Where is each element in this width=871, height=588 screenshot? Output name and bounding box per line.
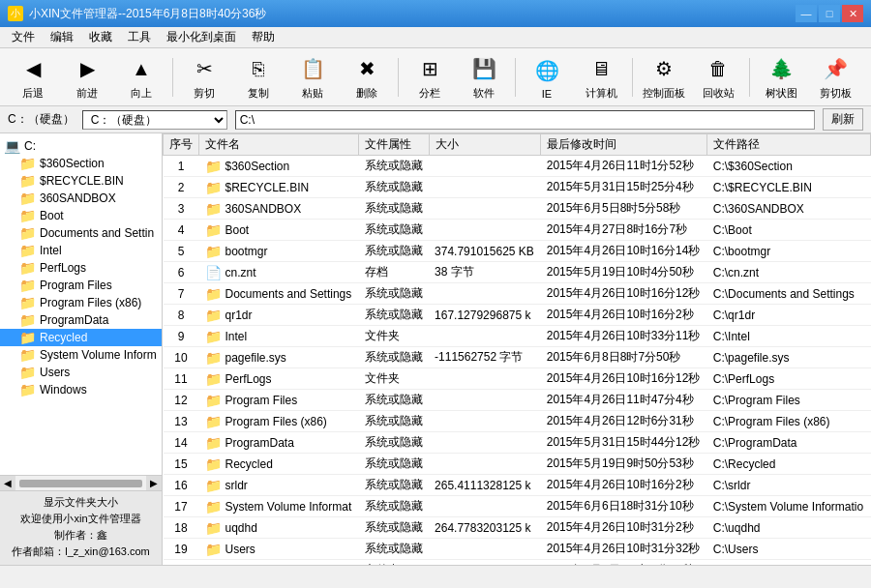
- file-attr: 存档: [359, 262, 430, 283]
- tree-item-label: 360SANDBOX: [40, 191, 116, 205]
- file-name-cell: 📁pagefile.sys: [199, 347, 359, 368]
- tree-item-ProgramData[interactable]: 📁ProgramData: [0, 311, 162, 329]
- table-row[interactable]: 6 📄cn.znt 存档 38 字节 2015年5月19日10时4分50秒 C:…: [164, 262, 871, 283]
- info-line: 作者邮箱：l_z_xin@163.com: [4, 544, 158, 559]
- tree-item-PerfLogs[interactable]: 📁PerfLogs: [0, 259, 162, 277]
- file-attr: 文件夹: [359, 560, 430, 566]
- table-row[interactable]: 2 📁$RECYCLE.BIN 系统或隐藏 2015年5月31日15时25分4秒…: [164, 177, 871, 198]
- menu-item-文件[interactable]: 文件: [4, 27, 43, 47]
- file-icon: 📁: [205, 308, 222, 323]
- table-row[interactable]: 13 📁Program Files (x86) 系统或隐藏 2015年4月26日…: [164, 411, 871, 432]
- table-row[interactable]: 19 📁Users 系统或隐藏 2015年4月26日10时31分32秒 C:\U…: [164, 539, 871, 560]
- file-path: C:\bootmgr: [707, 241, 871, 262]
- menu-item-收藏[interactable]: 收藏: [81, 27, 120, 47]
- toolbar-btn-计算机[interactable]: 🖥计算机: [576, 52, 626, 103]
- tree-item-Program Files[interactable]: 📁Program Files: [0, 277, 162, 294]
- file-name-cell: 📄cn.znt: [199, 262, 359, 283]
- refresh-button[interactable]: 刷新: [823, 108, 863, 131]
- toolbar: ◀后退▶前进▲向上✂剪切⎘复制📋粘贴✖删除⊞分栏💾软件🌐IE🖥计算机⚙控制面板🗑…: [0, 48, 871, 106]
- file-path: C:\Program Files (x86): [707, 411, 871, 432]
- file-attr: 文件夹: [359, 326, 430, 347]
- minimize-button[interactable]: —: [796, 5, 817, 22]
- table-row[interactable]: 8 📁qr1dr 系统或隐藏 167.1279296875 k 2015年4月2…: [164, 305, 871, 326]
- table-row[interactable]: 15 📁Recycled 系统或隐藏 2015年5月19日9时50分53秒 C:…: [164, 454, 871, 475]
- scroll-right-button[interactable]: ▶: [146, 476, 162, 491]
- toolbar-btn-剪切板[interactable]: 📌剪切板: [810, 52, 860, 103]
- file-mtime: 2015年4月26日10时33分11秒: [541, 326, 707, 347]
- column-header-文件路径[interactable]: 文件路径: [707, 134, 871, 156]
- toolbar-btn-控制面板[interactable]: ⚙控制面板: [639, 52, 689, 103]
- file-mtime: 2015年4月26日10时16分12秒: [541, 368, 707, 390]
- table-row[interactable]: 11 📁PerfLogs 文件夹 2015年4月26日10时16分12秒 C:\…: [164, 368, 871, 390]
- table-row[interactable]: 12 📁Program Files 系统或隐藏 2015年4月26日11时47分…: [164, 390, 871, 411]
- row-number: 6: [164, 262, 199, 283]
- toolbar-icon-IE: 🌐: [531, 55, 562, 86]
- toolbar-btn-树状图[interactable]: 🌲树状图: [756, 52, 806, 103]
- toolbar-btn-分栏[interactable]: ⊞分栏: [405, 52, 455, 103]
- file-mtime: 2015年4月26日10时31分32秒: [541, 539, 707, 560]
- tree-item-$360Section[interactable]: 📁$360Section: [0, 155, 162, 172]
- file-name: Users: [225, 543, 255, 556]
- toolbar-btn-向上[interactable]: ▲向上: [116, 52, 166, 103]
- menu-item-工具[interactable]: 工具: [120, 27, 159, 47]
- toolbar-btn-复制[interactable]: ⎘复制: [233, 52, 284, 103]
- tree-item-Users[interactable]: 📁Users: [0, 364, 162, 381]
- tree-item-$RECYCLE.BIN[interactable]: 📁$RECYCLE.BIN: [0, 172, 162, 190]
- table-row[interactable]: 7 📁Documents and Settings 系统或隐藏 2015年4月2…: [164, 283, 871, 305]
- file-size: [429, 496, 541, 517]
- close-button[interactable]: ✕: [842, 5, 863, 22]
- table-row[interactable]: 16 📁srldr 系统或隐藏 265.4111328125 k 2015年4月…: [164, 475, 871, 496]
- tree-item-C:[interactable]: 💻C:: [0, 137, 162, 155]
- tree-item-Windows[interactable]: 📁Windows: [0, 381, 162, 398]
- toolbar-btn-粘贴[interactable]: 📋粘贴: [287, 52, 338, 103]
- toolbar-icon-粘贴: 📋: [297, 53, 328, 84]
- window-title: 小XIN文件管理器--2015年6月8日8时40分36秒: [29, 6, 796, 22]
- toolbar-btn-剪切[interactable]: ✂剪切: [179, 52, 229, 103]
- table-row[interactable]: 18 📁uqdhd 系统或隐藏 264.7783203125 k 2015年4月…: [164, 517, 871, 539]
- tree-item-Program Files (x86)[interactable]: 📁Program Files (x86): [0, 294, 162, 311]
- tree-item-System Volume Inform[interactable]: 📁System Volume Inform: [0, 346, 162, 364]
- tree-item-Boot[interactable]: 📁Boot: [0, 207, 162, 224]
- row-number: 10: [164, 347, 199, 368]
- table-row[interactable]: 3 📁360SANDBOX 系统或隐藏 2015年6月5日8时5分58秒 C:\…: [164, 198, 871, 220]
- table-row[interactable]: 4 📁Boot 系统或隐藏 2015年4月27日8时16分7秒 C:\Boot: [164, 220, 871, 241]
- column-header-文件名[interactable]: 文件名: [199, 134, 359, 156]
- toolbar-btn-软件[interactable]: 💾软件: [459, 52, 509, 103]
- table-row[interactable]: 1 📁$360Section 系统或隐藏 2015年4月26日11时1分52秒 …: [164, 156, 871, 177]
- menu-item-帮助[interactable]: 帮助: [244, 27, 283, 47]
- toolbar-icon-软件: 💾: [468, 53, 499, 84]
- table-row[interactable]: 20 📁Windows 文件夹 2015年6月6日18时31分43秒 C:\Wi…: [164, 560, 871, 566]
- file-size: [429, 368, 541, 390]
- column-header-文件属性[interactable]: 文件属性: [359, 134, 430, 156]
- maximize-button[interactable]: □: [819, 5, 840, 22]
- toolbar-btn-IE[interactable]: 🌐IE: [522, 52, 572, 103]
- toolbar-btn-后退[interactable]: ◀后退: [8, 52, 58, 103]
- file-name: srldr: [225, 479, 248, 492]
- tree-item-Recycled[interactable]: 📁Recycled: [0, 329, 162, 346]
- menu-item-最小化到桌面[interactable]: 最小化到桌面: [159, 27, 244, 47]
- tree-item-label: Program Files (x86): [40, 296, 141, 309]
- file-size: 265.4111328125 k: [429, 475, 541, 496]
- tree-item-Intel[interactable]: 📁Intel: [0, 242, 162, 259]
- table-row[interactable]: 9 📁Intel 文件夹 2015年4月26日10时33分11秒 C:\Inte…: [164, 326, 871, 347]
- path-input[interactable]: [235, 110, 815, 130]
- column-header-最后修改时间[interactable]: 最后修改时间: [541, 134, 707, 156]
- table-row[interactable]: 5 📁bootmgr 系统或隐藏 374.791015625 KB 2015年4…: [164, 241, 871, 262]
- tree-item-Documents and Settin[interactable]: 📁Documents and Settin: [0, 224, 162, 242]
- file-icon: 📁: [205, 499, 222, 514]
- column-header-大小[interactable]: 大小: [429, 134, 541, 156]
- file-icon: 📁: [205, 159, 222, 174]
- scroll-left-button[interactable]: ◀: [0, 476, 15, 491]
- toolbar-btn-前进[interactable]: ▶前进: [62, 52, 112, 103]
- table-row[interactable]: 14 📁ProgramData 系统或隐藏 2015年5月31日15时44分12…: [164, 432, 871, 454]
- file-path: C:\PerfLogs: [707, 368, 871, 390]
- table-row[interactable]: 10 📁pagefile.sys 系统或隐藏 -111562752 字节 201…: [164, 347, 871, 368]
- table-row[interactable]: 17 📁System Volume Informat 系统或隐藏 2015年6月…: [164, 496, 871, 517]
- column-header-序号[interactable]: 序号: [164, 134, 199, 156]
- menu-item-编辑[interactable]: 编辑: [43, 27, 81, 47]
- toolbar-btn-删除[interactable]: ✖删除: [342, 52, 392, 103]
- toolbar-icon-前进: ▶: [72, 53, 103, 84]
- toolbar-btn-回收站[interactable]: 🗑回收站: [693, 52, 743, 103]
- drive-selector[interactable]: C：（硬盘）: [82, 110, 227, 130]
- tree-item-360SANDBOX[interactable]: 📁360SANDBOX: [0, 190, 162, 207]
